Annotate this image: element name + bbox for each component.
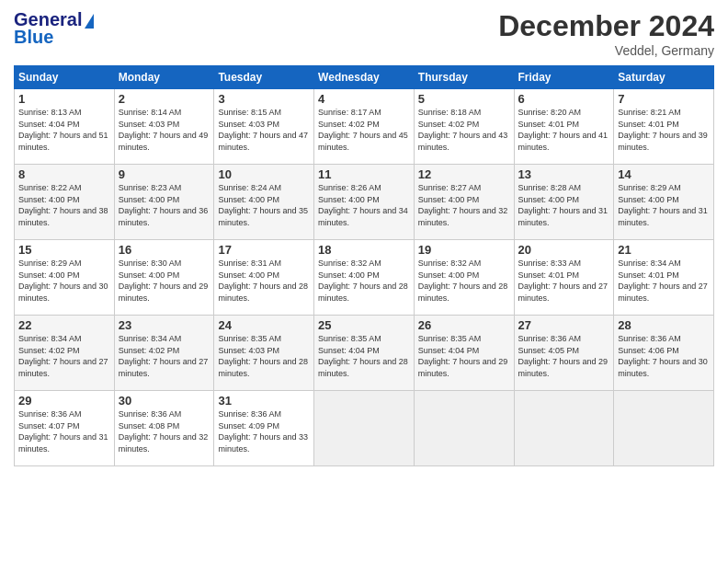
day-number: 11 bbox=[318, 167, 410, 181]
day-info: Sunrise: 8:28 AMSunset: 4:00 PMDaylight:… bbox=[518, 182, 610, 228]
day-number: 24 bbox=[218, 318, 310, 332]
day-info: Sunrise: 8:36 AMSunset: 4:06 PMDaylight:… bbox=[618, 333, 710, 379]
calendar-header-row: Sunday Monday Tuesday Wednesday Thursday… bbox=[15, 66, 714, 89]
col-sunday: Sunday bbox=[15, 66, 115, 89]
day-info: Sunrise: 8:35 AMSunset: 4:03 PMDaylight:… bbox=[218, 333, 310, 379]
day-info: Sunrise: 8:34 AMSunset: 4:01 PMDaylight:… bbox=[618, 258, 710, 304]
table-row: 22Sunrise: 8:34 AMSunset: 4:02 PMDayligh… bbox=[15, 316, 115, 391]
day-number: 16 bbox=[119, 243, 210, 257]
day-info: Sunrise: 8:36 AMSunset: 4:08 PMDaylight:… bbox=[119, 408, 210, 454]
table-row: 13Sunrise: 8:28 AMSunset: 4:00 PMDayligh… bbox=[514, 165, 614, 240]
col-saturday: Saturday bbox=[614, 66, 714, 89]
day-number: 5 bbox=[418, 92, 510, 106]
day-info: Sunrise: 8:30 AMSunset: 4:00 PMDaylight:… bbox=[119, 258, 210, 304]
table-row: 21Sunrise: 8:34 AMSunset: 4:01 PMDayligh… bbox=[614, 240, 714, 316]
table-row bbox=[314, 391, 415, 466]
table-row: 3Sunrise: 8:15 AMSunset: 4:03 PMDaylight… bbox=[214, 89, 314, 165]
table-row: 29Sunrise: 8:36 AMSunset: 4:07 PMDayligh… bbox=[15, 391, 115, 466]
location: Veddel, Germany bbox=[498, 43, 714, 58]
day-info: Sunrise: 8:36 AMSunset: 4:05 PMDaylight:… bbox=[518, 333, 610, 379]
day-info: Sunrise: 8:32 AMSunset: 4:00 PMDaylight:… bbox=[318, 258, 410, 304]
day-number: 19 bbox=[418, 243, 510, 257]
day-number: 1 bbox=[18, 92, 110, 106]
day-info: Sunrise: 8:32 AMSunset: 4:00 PMDaylight:… bbox=[418, 258, 510, 304]
day-info: Sunrise: 8:36 AMSunset: 4:07 PMDaylight:… bbox=[18, 408, 110, 454]
calendar-week-row: 15Sunrise: 8:29 AMSunset: 4:00 PMDayligh… bbox=[15, 240, 714, 316]
day-number: 10 bbox=[218, 167, 310, 181]
day-number: 12 bbox=[418, 167, 510, 181]
calendar-week-row: 22Sunrise: 8:34 AMSunset: 4:02 PMDayligh… bbox=[15, 316, 714, 391]
table-row: 31Sunrise: 8:36 AMSunset: 4:09 PMDayligh… bbox=[214, 391, 314, 466]
day-number: 14 bbox=[618, 167, 710, 181]
table-row: 10Sunrise: 8:24 AMSunset: 4:00 PMDayligh… bbox=[214, 165, 314, 240]
day-info: Sunrise: 8:34 AMSunset: 4:02 PMDaylight:… bbox=[119, 333, 210, 379]
day-number: 7 bbox=[618, 92, 710, 106]
table-row: 28Sunrise: 8:36 AMSunset: 4:06 PMDayligh… bbox=[614, 316, 714, 391]
day-info: Sunrise: 8:17 AMSunset: 4:02 PMDaylight:… bbox=[318, 107, 410, 153]
table-row: 30Sunrise: 8:36 AMSunset: 4:08 PMDayligh… bbox=[114, 391, 214, 466]
day-number: 30 bbox=[119, 394, 210, 408]
day-number: 28 bbox=[618, 318, 710, 332]
calendar-week-row: 29Sunrise: 8:36 AMSunset: 4:07 PMDayligh… bbox=[15, 391, 714, 466]
day-info: Sunrise: 8:35 AMSunset: 4:04 PMDaylight:… bbox=[418, 333, 510, 379]
day-info: Sunrise: 8:26 AMSunset: 4:00 PMDaylight:… bbox=[318, 182, 410, 228]
day-number: 22 bbox=[18, 318, 110, 332]
day-info: Sunrise: 8:23 AMSunset: 4:00 PMDaylight:… bbox=[119, 182, 210, 228]
col-tuesday: Tuesday bbox=[214, 66, 314, 89]
day-number: 21 bbox=[618, 243, 710, 257]
day-info: Sunrise: 8:21 AMSunset: 4:01 PMDaylight:… bbox=[618, 107, 710, 153]
day-info: Sunrise: 8:34 AMSunset: 4:02 PMDaylight:… bbox=[18, 333, 110, 379]
day-info: Sunrise: 8:13 AMSunset: 4:04 PMDaylight:… bbox=[18, 107, 110, 153]
col-monday: Monday bbox=[114, 66, 214, 89]
col-friday: Friday bbox=[514, 66, 614, 89]
day-info: Sunrise: 8:29 AMSunset: 4:00 PMDaylight:… bbox=[618, 182, 710, 228]
table-row: 6Sunrise: 8:20 AMSunset: 4:01 PMDaylight… bbox=[514, 89, 614, 165]
day-number: 4 bbox=[318, 92, 410, 106]
day-number: 31 bbox=[218, 394, 310, 408]
day-info: Sunrise: 8:22 AMSunset: 4:00 PMDaylight:… bbox=[18, 182, 110, 228]
table-row: 15Sunrise: 8:29 AMSunset: 4:00 PMDayligh… bbox=[15, 240, 115, 316]
table-row: 19Sunrise: 8:32 AMSunset: 4:00 PMDayligh… bbox=[414, 240, 514, 316]
day-number: 27 bbox=[518, 318, 610, 332]
logo: General Blue bbox=[14, 9, 94, 48]
day-number: 17 bbox=[218, 243, 310, 257]
day-number: 15 bbox=[18, 243, 110, 257]
day-info: Sunrise: 8:33 AMSunset: 4:01 PMDaylight:… bbox=[518, 258, 610, 304]
col-wednesday: Wednesday bbox=[314, 66, 415, 89]
table-row: 23Sunrise: 8:34 AMSunset: 4:02 PMDayligh… bbox=[114, 316, 214, 391]
table-row: 24Sunrise: 8:35 AMSunset: 4:03 PMDayligh… bbox=[214, 316, 314, 391]
table-row: 11Sunrise: 8:26 AMSunset: 4:00 PMDayligh… bbox=[314, 165, 415, 240]
day-number: 26 bbox=[418, 318, 510, 332]
day-info: Sunrise: 8:15 AMSunset: 4:03 PMDaylight:… bbox=[218, 107, 310, 153]
table-row: 26Sunrise: 8:35 AMSunset: 4:04 PMDayligh… bbox=[414, 316, 514, 391]
day-number: 29 bbox=[18, 394, 110, 408]
day-number: 9 bbox=[119, 167, 210, 181]
table-row: 14Sunrise: 8:29 AMSunset: 4:00 PMDayligh… bbox=[614, 165, 714, 240]
table-row bbox=[514, 391, 614, 466]
day-info: Sunrise: 8:35 AMSunset: 4:04 PMDaylight:… bbox=[318, 333, 410, 379]
day-info: Sunrise: 8:31 AMSunset: 4:00 PMDaylight:… bbox=[218, 258, 310, 304]
table-row: 4Sunrise: 8:17 AMSunset: 4:02 PMDaylight… bbox=[314, 89, 415, 165]
title-section: December 2024 Veddel, Germany bbox=[498, 9, 714, 58]
table-row: 7Sunrise: 8:21 AMSunset: 4:01 PMDaylight… bbox=[614, 89, 714, 165]
calendar-week-row: 8Sunrise: 8:22 AMSunset: 4:00 PMDaylight… bbox=[15, 165, 714, 240]
table-row: 20Sunrise: 8:33 AMSunset: 4:01 PMDayligh… bbox=[514, 240, 614, 316]
table-row: 25Sunrise: 8:35 AMSunset: 4:04 PMDayligh… bbox=[314, 316, 415, 391]
day-info: Sunrise: 8:36 AMSunset: 4:09 PMDaylight:… bbox=[218, 408, 310, 454]
table-row: 2Sunrise: 8:14 AMSunset: 4:03 PMDaylight… bbox=[114, 89, 214, 165]
day-info: Sunrise: 8:24 AMSunset: 4:00 PMDaylight:… bbox=[218, 182, 310, 228]
day-info: Sunrise: 8:20 AMSunset: 4:01 PMDaylight:… bbox=[518, 107, 610, 153]
day-number: 8 bbox=[18, 167, 110, 181]
table-row: 9Sunrise: 8:23 AMSunset: 4:00 PMDaylight… bbox=[114, 165, 214, 240]
day-number: 6 bbox=[518, 92, 610, 106]
table-row: 5Sunrise: 8:18 AMSunset: 4:02 PMDaylight… bbox=[414, 89, 514, 165]
day-info: Sunrise: 8:18 AMSunset: 4:02 PMDaylight:… bbox=[418, 107, 510, 153]
calendar-table: Sunday Monday Tuesday Wednesday Thursday… bbox=[14, 65, 714, 466]
day-number: 20 bbox=[518, 243, 610, 257]
table-row bbox=[414, 391, 514, 466]
day-info: Sunrise: 8:14 AMSunset: 4:03 PMDaylight:… bbox=[119, 107, 210, 153]
day-number: 23 bbox=[119, 318, 210, 332]
table-row: 12Sunrise: 8:27 AMSunset: 4:00 PMDayligh… bbox=[414, 165, 514, 240]
day-number: 2 bbox=[119, 92, 210, 106]
month-title: December 2024 bbox=[498, 9, 714, 43]
